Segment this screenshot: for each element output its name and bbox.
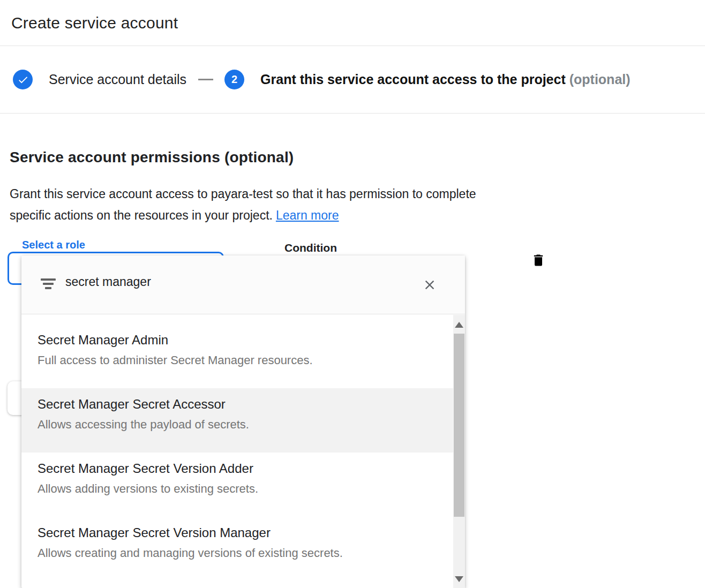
role-select-label: Select a role <box>17 239 90 251</box>
role-option-title: Secret Manager Secret Version Manager <box>38 525 433 541</box>
learn-more-link[interactable]: Learn more <box>276 208 339 222</box>
trash-icon <box>531 253 546 269</box>
role-option-description: Full access to administer Secret Manager… <box>38 352 433 368</box>
stepper: Service account details 2 Grant this ser… <box>0 46 705 114</box>
step2-number-circle[interactable]: 2 <box>224 70 244 89</box>
permissions-description: Grant this service account access to pay… <box>10 183 578 226</box>
description-line1: Grant this service account access to pay… <box>10 187 476 201</box>
role-option-title: Secret Manager Admin <box>38 332 433 348</box>
clear-search-button[interactable] <box>421 277 438 294</box>
role-option-secret-manager-secret-accessor[interactable]: Secret Manager Secret Accessor Allows ac… <box>21 388 465 453</box>
step1-check-circle[interactable] <box>13 70 33 89</box>
close-icon <box>422 277 437 294</box>
triangle-down-icon[interactable] <box>455 576 463 582</box>
permissions-heading: Service account permissions (optional) <box>10 149 294 166</box>
role-dropdown: Secret Manager Admin Full access to admi… <box>21 255 465 588</box>
step2-optional-label: (optional) <box>569 72 631 87</box>
role-search-input[interactable] <box>65 275 398 289</box>
page-header: Create service account <box>0 0 705 46</box>
condition-label: Condition <box>284 242 337 254</box>
role-option-secret-manager-secret-version-adder[interactable]: Secret Manager Secret Version Adder Allo… <box>21 453 465 517</box>
filter-icon <box>41 278 56 290</box>
role-option-title: Secret Manager Secret Accessor <box>38 396 433 412</box>
role-option-description: Allows creating and managing versions of… <box>38 545 433 561</box>
scrollbar-thumb[interactable] <box>454 334 464 517</box>
role-search-row <box>21 255 465 314</box>
triangle-up-icon[interactable] <box>455 322 463 328</box>
stepper-connector <box>198 79 213 80</box>
page-title: Create service account <box>11 14 178 32</box>
step1-label[interactable]: Service account details <box>49 72 186 87</box>
role-options-list: Secret Manager Admin Full access to admi… <box>21 315 465 588</box>
step2-number: 2 <box>231 73 237 86</box>
role-option-secret-manager-secret-version-manager[interactable]: Secret Manager Secret Version Manager Al… <box>21 517 465 581</box>
role-option-description: Allows accessing the payload of secrets. <box>38 417 433 433</box>
role-option-secret-manager-admin[interactable]: Secret Manager Admin Full access to admi… <box>21 324 465 388</box>
role-option-title: Secret Manager Secret Version Adder <box>38 461 433 477</box>
step-2[interactable]: 2 Grant this service account access to t… <box>224 70 630 89</box>
description-line2: specific actions on the resources in you… <box>10 208 273 222</box>
role-option-description: Allows adding versions to existing secre… <box>38 481 433 497</box>
dropdown-scrollbar[interactable] <box>453 315 465 588</box>
step-1[interactable]: Service account details <box>13 70 186 89</box>
delete-role-button[interactable] <box>528 251 549 271</box>
step2-label[interactable]: Grant this service account access to the… <box>260 72 630 87</box>
check-icon <box>17 74 29 86</box>
